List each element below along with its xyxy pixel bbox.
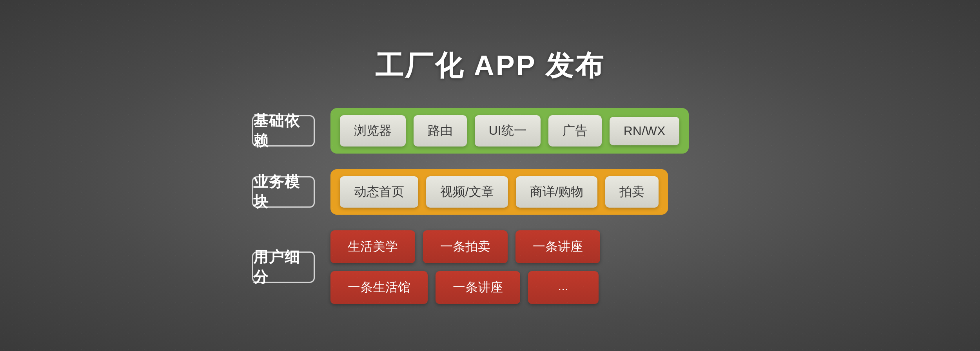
item-router: 路由 xyxy=(414,115,467,147)
item-browser: 浏览器 xyxy=(340,115,406,147)
container-basic-deps: 浏览器 路由 UI统一 广告 RN/WX xyxy=(330,108,689,154)
container-business-modules: 动态首页 视频/文章 商详/购物 拍卖 xyxy=(330,169,668,215)
diagram: 基础依赖 浏览器 路由 UI统一 广告 RN/WX 业务模块 动态首页 视频/文… xyxy=(252,108,689,304)
item-product-detail: 商详/购物 xyxy=(516,176,598,208)
label-user-segment: 用户细分 xyxy=(252,251,315,283)
item-yitiao-auction: 一条拍卖 xyxy=(423,230,508,263)
item-yitiao-lecture: 一条讲座 xyxy=(515,230,600,263)
row-business-modules: 业务模块 动态首页 视频/文章 商详/购物 拍卖 xyxy=(252,169,668,215)
item-dynamic-home: 动态首页 xyxy=(340,176,418,208)
row-basic-deps: 基础依赖 浏览器 路由 UI统一 广告 RN/WX xyxy=(252,108,689,154)
user-segment-row-2: 一条生活馆 一条讲座 ... xyxy=(330,271,600,304)
item-ui-unified: UI统一 xyxy=(475,115,541,147)
item-lifestyle: 生活美学 xyxy=(330,230,415,263)
item-yitiao-livingroom: 一条生活馆 xyxy=(330,271,428,304)
item-more: ... xyxy=(528,271,599,304)
page-title: 工厂化 APP 发布 xyxy=(375,47,605,85)
label-basic-deps: 基础依赖 xyxy=(252,115,315,147)
item-rn-wx: RN/WX xyxy=(610,117,680,145)
user-segment-row-1: 生活美学 一条拍卖 一条讲座 xyxy=(330,230,600,263)
item-ads: 广告 xyxy=(548,115,602,147)
user-segment-area: 生活美学 一条拍卖 一条讲座 一条生活馆 一条讲座 ... xyxy=(330,230,600,304)
row-user-segment: 用户细分 生活美学 一条拍卖 一条讲座 一条生活馆 一条讲座 ... xyxy=(252,230,600,304)
label-business-modules: 业务模块 xyxy=(252,176,315,208)
item-yitiao-lecture-2: 一条讲座 xyxy=(436,271,520,304)
item-video-article: 视频/文章 xyxy=(426,176,508,208)
item-auction: 拍卖 xyxy=(605,176,659,208)
